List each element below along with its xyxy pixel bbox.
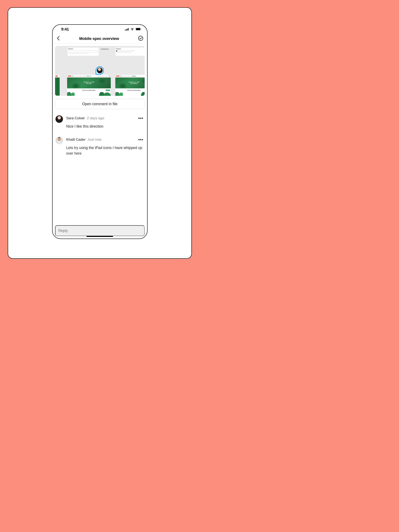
mini-site-a: Sign up all plantsbest sellersrecently a… xyxy=(67,75,111,96)
nav-bar: Mobile spec overview xyxy=(53,34,147,44)
wifi-icon xyxy=(130,27,134,32)
status-bar: 9:41 xyxy=(53,25,147,34)
comment-author: Sara Culver xyxy=(66,116,85,120)
comment-author: Khalil Cader xyxy=(66,138,86,142)
svg-rect-1 xyxy=(126,29,127,31)
comment-item: Sara Culver 2 days ago ••• Nice I like t… xyxy=(55,115,145,129)
svg-point-7 xyxy=(139,36,143,40)
battery-icon xyxy=(135,27,141,32)
outer-card: 9:41 Mobile spec overview xyxy=(8,7,192,259)
content: Payment Complete Order Payment xyxy=(53,44,147,239)
check-circle-icon xyxy=(138,36,143,41)
svg-rect-5 xyxy=(136,28,140,30)
mini-left-sliver xyxy=(55,75,60,95)
comment-text: Nice I like this direction xyxy=(66,124,144,129)
comment-text: Lets try using the iPad icons I have whi… xyxy=(66,145,144,156)
svg-rect-6 xyxy=(141,29,141,30)
mini-brand-b: twigma xyxy=(132,76,136,77)
mini-brand-a: twigma xyxy=(87,76,91,77)
mini-hero-a: All plants are 15% off in May xyxy=(83,82,94,84)
chevron-left-icon xyxy=(57,36,60,40)
mini-payment-label: Payment xyxy=(68,48,73,50)
mini-complete-label: Complete Order xyxy=(100,48,109,50)
svg-rect-2 xyxy=(127,29,128,31)
mini-hero-b: All plants are 15% off in March xyxy=(129,82,139,84)
page-title: Mobile spec overview xyxy=(79,36,119,41)
mini-payment-label-2: Payment xyxy=(116,48,121,50)
comment-item: Khalil Cader Just now ••• Lets try using… xyxy=(55,137,145,156)
mini-find-b: Find your dream plant xyxy=(127,89,140,91)
comment-time: Just now xyxy=(88,138,101,142)
mini-find-a: Find your dream plant xyxy=(82,89,95,91)
avatar xyxy=(56,115,63,123)
mini-site-b: Sign up all plantsbest sellersrecently a… xyxy=(115,75,145,96)
reply-input[interactable] xyxy=(55,225,145,236)
home-indicator[interactable] xyxy=(86,236,113,237)
status-right xyxy=(125,27,141,32)
svg-rect-3 xyxy=(128,28,129,31)
comment-more-button[interactable]: ••• xyxy=(137,137,144,143)
svg-rect-0 xyxy=(125,30,126,31)
comment-time: 2 days ago xyxy=(87,116,104,120)
cellular-icon xyxy=(125,27,129,32)
comment-more-button[interactable]: ••• xyxy=(137,115,144,121)
avatar xyxy=(56,137,63,144)
resolve-button[interactable] xyxy=(137,35,144,42)
pin-avatar xyxy=(97,68,103,73)
comment-pin[interactable] xyxy=(95,66,104,75)
open-comment-button[interactable]: Open comment in file xyxy=(55,99,145,109)
phone-frame: 9:41 Mobile spec overview xyxy=(52,24,147,239)
status-time: 9:41 xyxy=(61,27,69,32)
preview-thumbnail[interactable]: Payment Complete Order Payment xyxy=(55,46,145,96)
back-button[interactable] xyxy=(56,35,61,43)
